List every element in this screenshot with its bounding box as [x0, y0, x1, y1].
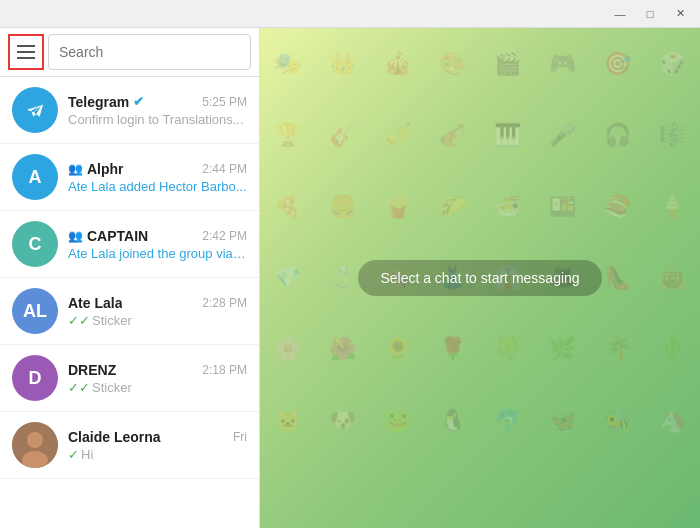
chat-top-row: 👥CAPTAIN2:42 PM — [68, 228, 247, 244]
pattern-icon: 🐶 — [315, 385, 370, 456]
pattern-icon: 🍀 — [480, 314, 535, 385]
single-check-icon: ✓ — [68, 447, 79, 462]
chat-item[interactable]: ALAte Lala2:28 PM✓✓Sticker — [0, 278, 259, 345]
svg-point-0 — [21, 96, 49, 124]
pattern-icon: 🐝 — [590, 385, 645, 456]
pattern-icon: 🎼 — [645, 99, 700, 170]
preview-text: Hi — [81, 447, 93, 462]
pattern-icon: 🏆 — [260, 99, 315, 170]
chat-item[interactable]: Telegram✔5:25 PMConfirm login to Transla… — [0, 77, 259, 144]
pattern-icon: 🦄 — [645, 385, 700, 456]
avatar: A — [12, 154, 58, 200]
chat-preview: ✓✓Sticker — [68, 313, 247, 328]
preview-text: Sticker — [92, 380, 132, 395]
chat-item[interactable]: A👥Alphr2:44 PMAte Lala added Hector Barb… — [0, 144, 259, 211]
app-body: Telegram✔5:25 PMConfirm login to Transla… — [0, 28, 700, 528]
chat-name-text: Claide Leorna — [68, 429, 161, 445]
minimize-button[interactable]: — — [606, 4, 634, 24]
pattern-icon: 🎭 — [260, 28, 315, 99]
pattern-icon: 🌿 — [535, 314, 590, 385]
close-button[interactable]: ✕ — [666, 4, 694, 24]
chat-list: Telegram✔5:25 PMConfirm login to Transla… — [0, 77, 259, 528]
chat-time: 2:28 PM — [202, 296, 247, 310]
chat-info: Claide LeornaFri✓Hi — [68, 429, 247, 462]
search-bar — [0, 28, 259, 77]
pattern-icon: 🎤 — [535, 99, 590, 170]
chat-name: Claide Leorna — [68, 429, 161, 445]
pattern-icon: 🎯 — [590, 28, 645, 99]
chat-preview: Ate Lala added Hector Barbo... — [68, 179, 247, 194]
menu-line-2 — [17, 51, 35, 53]
chat-item[interactable]: Claide LeornaFri✓Hi — [0, 412, 259, 479]
chat-item[interactable]: DDRENZ2:18 PM✓✓Sticker — [0, 345, 259, 412]
chat-info: Ate Lala2:28 PM✓✓Sticker — [68, 295, 247, 328]
chat-time: 2:42 PM — [202, 229, 247, 243]
pattern-icon: 🌴 — [590, 314, 645, 385]
pattern-icon: 💎 — [260, 242, 315, 313]
chat-time: 2:18 PM — [202, 363, 247, 377]
chat-main-area: 🎭👑🎪🎨🎬🎮🎯🎲🏆🎸🎺🎻🎹🎤🎧🎼🍕🍔🍟🌮🍜🍱🍣🍦💎💍👒👗👔🎩👠👜🌸🌺🌻🌹🍀🌿🌴🌵… — [260, 28, 700, 528]
chat-name: 👥Alphr — [68, 161, 124, 177]
pattern-icon: 🎮 — [535, 28, 590, 99]
chat-preview: ✓Hi — [68, 447, 247, 462]
chat-name-text: DRENZ — [68, 362, 116, 378]
chat-name: Telegram✔ — [68, 94, 144, 110]
avatar — [12, 422, 58, 468]
pattern-icon: 🎬 — [480, 28, 535, 99]
pattern-icon: 🍟 — [370, 171, 425, 242]
double-check-icon: ✓✓ — [68, 313, 90, 328]
chat-name: DRENZ — [68, 362, 116, 378]
svg-point-2 — [27, 432, 43, 448]
pattern-icon: 🌹 — [425, 314, 480, 385]
preview-text: Ate Lala joined the group via ... — [68, 246, 247, 261]
title-bar: — □ ✕ — [0, 0, 700, 28]
pattern-icon: 🐱 — [260, 385, 315, 456]
pattern-icon: 🎧 — [590, 99, 645, 170]
chat-top-row: DRENZ2:18 PM — [68, 362, 247, 378]
pattern-icon: 🎨 — [425, 28, 480, 99]
chat-preview: Ate Lala joined the group via ... — [68, 246, 247, 261]
menu-line-1 — [17, 45, 35, 47]
chat-name: Ate Lala — [68, 295, 122, 311]
pattern-icon: 🦋 — [535, 385, 590, 456]
chat-name-text: Telegram — [68, 94, 129, 110]
menu-button[interactable] — [8, 34, 44, 70]
chat-info: DRENZ2:18 PM✓✓Sticker — [68, 362, 247, 395]
search-input[interactable] — [48, 34, 251, 70]
maximize-button[interactable]: □ — [636, 4, 664, 24]
chat-name-text: Alphr — [87, 161, 124, 177]
chat-top-row: Ate Lala2:28 PM — [68, 295, 247, 311]
pattern-icon: 🎹 — [480, 99, 535, 170]
pattern-icon: 🍣 — [590, 171, 645, 242]
pattern-icon: 🍕 — [260, 171, 315, 242]
pattern-icon: 🍦 — [645, 171, 700, 242]
pattern-icon: 🎸 — [315, 99, 370, 170]
chat-name-text: Ate Lala — [68, 295, 122, 311]
preview-text: Ate Lala added Hector Barbo... — [68, 179, 247, 194]
pattern-icon: 🌮 — [425, 171, 480, 242]
chat-item[interactable]: C👥CAPTAIN2:42 PMAte Lala joined the grou… — [0, 211, 259, 278]
preview-text: Confirm login to Translations... — [68, 112, 244, 127]
preview-text: Sticker — [92, 313, 132, 328]
pattern-icon: 🌵 — [645, 314, 700, 385]
chat-preview: Confirm login to Translations... — [68, 112, 247, 127]
pattern-icon: 🎲 — [645, 28, 700, 99]
chat-info: 👥Alphr2:44 PMAte Lala added Hector Barbo… — [68, 161, 247, 194]
menu-line-3 — [17, 57, 35, 59]
pattern-icon: 🍔 — [315, 171, 370, 242]
group-icon: 👥 — [68, 162, 83, 176]
pattern-icon: 🐬 — [480, 385, 535, 456]
select-chat-message: Select a chat to start messaging — [358, 260, 601, 296]
pattern-icon: 🌻 — [370, 314, 425, 385]
chat-info: 👥CAPTAIN2:42 PMAte Lala joined the group… — [68, 228, 247, 261]
chat-time: Fri — [233, 430, 247, 444]
pattern-icon: 🌸 — [260, 314, 315, 385]
chat-top-row: Telegram✔5:25 PM — [68, 94, 247, 110]
pattern-icon: 🍜 — [480, 171, 535, 242]
chat-top-row: Claide LeornaFri — [68, 429, 247, 445]
chat-name: 👥CAPTAIN — [68, 228, 148, 244]
pattern-icon: 👜 — [645, 242, 700, 313]
pattern-icon: 🎺 — [370, 99, 425, 170]
chat-preview: ✓✓Sticker — [68, 380, 247, 395]
chat-top-row: 👥Alphr2:44 PM — [68, 161, 247, 177]
